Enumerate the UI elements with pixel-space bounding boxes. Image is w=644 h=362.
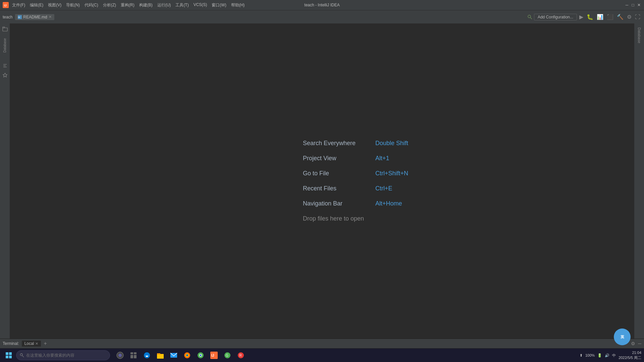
svg-point-34 — [186, 354, 188, 356]
svg-rect-26 — [134, 352, 137, 354]
database-panel-toggle[interactable]: Database — [637, 25, 642, 46]
run-icon[interactable]: ▶ — [578, 13, 584, 21]
taskbar-red-icon[interactable]: R — [235, 349, 247, 361]
chat-bubble[interactable]: 英 — [614, 328, 631, 345]
svg-text:R: R — [239, 354, 242, 357]
menu-help[interactable]: 帮助(H) — [229, 2, 247, 9]
tray-battery-icon[interactable]: 🔋 — [597, 353, 602, 358]
menu-run[interactable]: 运行(U) — [155, 2, 173, 9]
tab-close-icon[interactable]: ✕ — [49, 15, 52, 19]
hint-goto-label: Go to File — [303, 170, 370, 177]
taskbar-search-bar[interactable] — [16, 350, 110, 360]
settings-icon[interactable]: ⚙ — [626, 13, 633, 21]
editor-area: Search Everywhere Double Shift Project V… — [10, 23, 634, 339]
search-everywhere-icon[interactable] — [527, 14, 533, 20]
menu-navigate[interactable]: 导航(N) — [64, 2, 82, 9]
hint-content: Search Everywhere Double Shift Project V… — [303, 140, 408, 222]
hint-project-shortcut: Alt+1 — [375, 155, 389, 162]
tray-network-icon[interactable]: ⬆ — [580, 353, 583, 358]
taskbar-browser2-icon[interactable] — [195, 349, 207, 361]
menu-view[interactable]: 视图(V) — [46, 2, 63, 9]
hint-drop-text: Drop files here to open — [303, 215, 364, 222]
terminal-label: Terminal: — [3, 341, 19, 346]
add-configuration-button[interactable]: Add Configuration... — [534, 14, 577, 20]
start-button[interactable] — [3, 349, 15, 361]
menu-vcs[interactable]: VCS(S) — [192, 2, 209, 9]
windows-logo-icon — [5, 352, 12, 359]
taskbar-search-input[interactable] — [26, 353, 106, 358]
hint-search-everywhere: Search Everywhere Double Shift — [303, 140, 408, 147]
sidebar-favorites-icon[interactable] — [1, 71, 9, 79]
task-view-icon — [129, 351, 138, 359]
hint-recent-files: Recent Files Ctrl+E — [303, 185, 408, 192]
maximize-button[interactable]: □ — [631, 3, 635, 7]
svg-text:IJ: IJ — [4, 4, 7, 7]
svg-text:IJ: IJ — [211, 354, 214, 357]
title-bar: IJ 文件(F) 编辑(E) 视图(V) 导航(N) 代码(C) 分析(Z) 重… — [0, 0, 644, 10]
svg-rect-28 — [134, 355, 137, 358]
terminal-settings-icon[interactable]: ⚙ — [631, 341, 635, 346]
tray-language-icon[interactable]: 中 — [612, 353, 616, 358]
terminal-tab-label: Local — [24, 341, 34, 346]
run-with-coverage-icon[interactable]: 📊 — [596, 13, 604, 21]
menu-window[interactable]: 窗口(W) — [210, 2, 228, 9]
terminal-minimize-icon[interactable]: ─ — [638, 341, 641, 346]
terminal-tab-bar: Terminal: Local ✕ + ⚙ ─ — [0, 339, 644, 348]
sidebar-project-icon[interactable] — [1, 25, 9, 34]
stop-icon[interactable]: ⬛ — [606, 13, 614, 21]
svg-rect-19 — [6, 356, 8, 358]
editor-tab-readme[interactable]: M README.md ✕ — [15, 14, 54, 20]
terminal-tab-local[interactable]: Local ✕ — [22, 341, 41, 347]
window-controls: ─ □ ✕ — [625, 3, 641, 7]
system-clock[interactable]: 21:04 2022/5/5 周二 — [619, 350, 641, 361]
terminal-controls: ⚙ ─ — [631, 341, 641, 346]
svg-rect-20 — [9, 356, 12, 358]
sidebar-vertical-project[interactable]: Database — [2, 37, 7, 55]
tray-battery-text: 100% — [585, 353, 595, 357]
menu-tools[interactable]: 工具(T) — [173, 2, 191, 9]
taskbar-search-app-icon[interactable] — [114, 349, 126, 361]
debug-icon[interactable]: 🐛 — [586, 13, 594, 21]
clock-time: 21:04 — [619, 350, 641, 355]
expand-icon[interactable]: ⛶ — [634, 13, 641, 21]
hint-project-label: Project View — [303, 155, 370, 162]
hint-recent-label: Recent Files — [303, 185, 370, 192]
app-icon: IJ — [3, 2, 9, 8]
svg-text:G: G — [226, 354, 228, 357]
terminal-add-tab-icon[interactable]: + — [42, 341, 48, 347]
taskbar-mail-icon[interactable] — [168, 349, 180, 361]
left-sidebar: Database — [0, 23, 10, 339]
hint-goto-file: Go to File Ctrl+Shift+N — [303, 170, 408, 177]
menu-code[interactable]: 代码(C) — [83, 2, 100, 9]
tray-volume-icon[interactable]: 🔊 — [605, 353, 609, 358]
greenapk-icon: G — [223, 351, 231, 359]
taskbar-green-icon[interactable]: G — [221, 349, 233, 361]
taskbar-pinned-apps: IJ G R — [114, 349, 247, 361]
taskbar-firefox-icon[interactable] — [181, 349, 193, 361]
taskbar-explorer-icon[interactable] — [154, 349, 166, 361]
minimize-button[interactable]: ─ — [625, 3, 629, 7]
taskbar-task-view-icon[interactable] — [127, 349, 140, 361]
svg-text:M: M — [18, 16, 20, 18]
svg-rect-18 — [9, 352, 12, 355]
window-title: teach - IntelliJ IDEA — [304, 3, 339, 7]
right-sidebar: Database — [634, 23, 644, 339]
main-layout: Database Search Everywhere Double Shift … — [0, 23, 644, 339]
sidebar-structure-icon[interactable] — [1, 61, 9, 70]
svg-marker-11 — [3, 73, 7, 77]
menu-analyze[interactable]: 分析(Z) — [101, 2, 118, 9]
mail-icon — [170, 351, 178, 359]
menu-edit[interactable]: 编辑(E) — [28, 2, 45, 9]
build-icon[interactable]: 🔨 — [616, 13, 625, 21]
taskbar-idea-icon[interactable]: IJ — [208, 349, 220, 361]
taskbar-edge-icon[interactable] — [141, 349, 153, 361]
menu-refactor[interactable]: 重构(R) — [119, 2, 137, 9]
hint-navigation-bar: Navigation Bar Alt+Home — [303, 200, 408, 207]
close-button[interactable]: ✕ — [637, 3, 641, 7]
menu-file[interactable]: 文件(F) — [10, 2, 27, 9]
hint-search-label: Search Everywhere — [303, 140, 370, 147]
terminal-tab-close-icon[interactable]: ✕ — [35, 342, 38, 346]
taskbar-search-icon — [20, 353, 24, 358]
hint-nav-label: Navigation Bar — [303, 200, 370, 207]
menu-build[interactable]: 构建(B) — [137, 2, 155, 9]
